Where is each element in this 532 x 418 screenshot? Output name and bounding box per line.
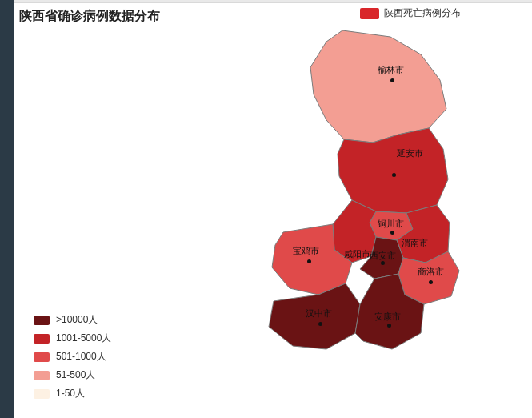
legend-color-3 <box>34 352 50 362</box>
label-yanan: 延安市 <box>397 147 423 159</box>
label-yulin: 榆林市 <box>378 64 404 76</box>
legend-row[interactable]: 1001-5000人 <box>34 332 111 345</box>
label-xian: 西安市 <box>370 250 396 262</box>
legend-row[interactable]: 1-50人 <box>34 387 111 400</box>
dot-ankang <box>387 324 391 328</box>
label-tongchuan: 铜川市 <box>378 218 404 230</box>
map-svg <box>206 22 494 407</box>
dot-yulin <box>390 78 394 82</box>
legend-label-2: 1001-5000人 <box>56 332 111 345</box>
legend-row[interactable]: >10000人 <box>34 313 111 327</box>
label-xianyang: 咸阳市 <box>344 248 370 260</box>
legend-color-1 <box>34 316 50 325</box>
legend-series-label: 陕西死亡病例分布 <box>384 6 461 20</box>
legend-label-3: 501-1000人 <box>56 350 106 364</box>
chart-title: 陕西省确诊病例数据分布 <box>19 8 160 25</box>
dot-baoji <box>307 259 311 263</box>
label-ankang: 安康市 <box>374 311 401 323</box>
dot-tongchuan <box>390 231 394 235</box>
label-baoji: 宝鸡市 <box>293 245 319 257</box>
legend-color-2 <box>34 334 50 344</box>
label-shangluo: 商洛市 <box>418 266 444 278</box>
shaanxi-map[interactable]: 榆林市 延安市 铜川市 渭南市 咸阳市 西安市 宝鸡市 商洛市 汉中市 安康市 <box>206 22 494 407</box>
label-weinan: 渭南市 <box>402 237 428 249</box>
legend-color-4 <box>34 371 50 380</box>
dot-xian <box>381 261 385 265</box>
region-yulin[interactable] <box>310 30 446 143</box>
legend-scale[interactable]: >10000人 1001-5000人 501-1000人 51-500人 1-5… <box>34 308 111 400</box>
legend-label-5: 1-50人 <box>56 387 85 400</box>
legend-color-5 <box>34 389 50 399</box>
legend-row[interactable]: 501-1000人 <box>34 350 111 364</box>
legend-label-4: 51-500人 <box>56 368 95 382</box>
dot-hanzhong <box>318 322 322 326</box>
legend-label-1: >10000人 <box>56 313 98 327</box>
legend-series[interactable]: 陕西死亡病例分布 <box>360 6 461 20</box>
chart-panel: 陕西省确诊病例数据分布 陕西死亡病例分布 榆林市 <box>14 0 532 418</box>
region-yanan[interactable] <box>338 128 448 213</box>
dot-shangluo <box>429 280 433 284</box>
legend-row[interactable]: 51-500人 <box>34 368 111 382</box>
legend-swatch <box>360 8 379 19</box>
dot-yanan <box>392 173 396 177</box>
label-hanzhong: 汉中市 <box>306 307 332 320</box>
panel-topbar <box>14 0 532 3</box>
